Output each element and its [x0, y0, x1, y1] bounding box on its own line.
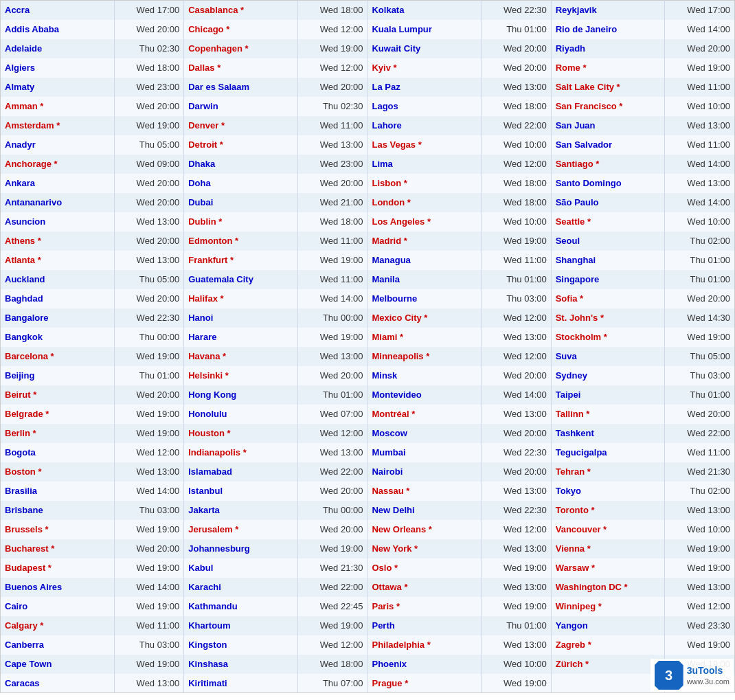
- table-row: AdelaideThu 02:30Copenhagen *Wed 19:00Ku…: [1, 39, 735, 58]
- table-row: AlmatyWed 23:00Dar es SalaamWed 20:00La …: [1, 78, 735, 97]
- city-name: Jakarta: [184, 501, 298, 520]
- city-name: Oslo *: [368, 558, 482, 578]
- city-time: Thu 00:00: [297, 308, 368, 328]
- city-name: Seoul: [551, 232, 665, 251]
- city-name: Chicago *: [184, 20, 298, 39]
- city-time: Wed 13:00: [482, 78, 552, 97]
- city-name: Darwin: [184, 97, 298, 116]
- city-name: Santo Domingo: [551, 174, 665, 193]
- city-name: Jerusalem *: [184, 520, 298, 539]
- city-name: Beirut *: [1, 385, 115, 405]
- city-name: Ottawa *: [368, 578, 482, 597]
- city-time: Thu 05:00: [665, 347, 735, 366]
- city-name: Almaty: [1, 78, 115, 97]
- table-row: BogotaWed 12:00Indianapolis *Wed 13:00Mu…: [1, 443, 735, 462]
- city-time: Wed 11:00: [482, 251, 552, 270]
- city-time: Wed 13:00: [114, 251, 184, 270]
- city-time: Wed 23:00: [114, 78, 184, 97]
- city-name: Detroit *: [184, 135, 298, 155]
- table-row: BaghdadWed 20:00Halifax *Wed 14:00Melbou…: [1, 289, 735, 308]
- city-time: Wed 20:00: [482, 58, 552, 78]
- city-time: Wed 14:00: [482, 385, 552, 405]
- city-time: Wed 20:00: [114, 539, 184, 558]
- city-time: Wed 20:00: [114, 289, 184, 308]
- city-time: Wed 22:00: [482, 116, 552, 135]
- city-name: Singapore: [551, 270, 665, 289]
- city-name: Canberra: [1, 635, 115, 655]
- city-time: Wed 21:30: [297, 558, 368, 578]
- table-row: AnadyrThu 05:00Detroit *Wed 13:00Las Veg…: [1, 135, 735, 155]
- table-row: AsuncionWed 13:00Dublin *Wed 18:00Los An…: [1, 212, 735, 232]
- city-name: Nassau *: [368, 482, 482, 501]
- city-time: Wed 20:00: [114, 20, 184, 39]
- city-time: Wed 22:00: [665, 424, 735, 443]
- city-time: Thu 02:30: [297, 97, 368, 116]
- city-time: Wed 14:00: [297, 289, 368, 308]
- city-time: Wed 11:00: [665, 78, 735, 97]
- city-time: Wed 12:00: [665, 597, 735, 616]
- city-time: Wed 19:00: [482, 597, 552, 616]
- city-time: Wed 22:00: [297, 578, 368, 597]
- watermark: 3 3uTools www.3u.com: [651, 659, 734, 692]
- city-time: Wed 20:00: [482, 39, 552, 58]
- city-time: Wed 20:00: [665, 289, 735, 308]
- table-row: Budapest *Wed 19:00KabulWed 21:30Oslo *W…: [1, 558, 735, 578]
- city-name: Las Vegas *: [368, 135, 482, 155]
- table-row: Calgary *Wed 11:00KhartoumWed 19:00Perth…: [1, 616, 735, 635]
- city-name: Santiago *: [551, 155, 665, 174]
- city-name: Houston *: [184, 424, 298, 443]
- city-name: Casablanca *: [184, 1, 298, 20]
- table-row: AntananarivoWed 20:00DubaiWed 21:00Londo…: [1, 193, 735, 212]
- city-name: Taipei: [551, 385, 665, 405]
- city-time: Wed 20:00: [114, 174, 184, 193]
- table-row: Boston *Wed 13:00IslamabadWed 22:00Nairo…: [1, 462, 735, 482]
- city-time: Wed 10:00: [482, 655, 552, 674]
- city-name: Vienna *: [551, 539, 665, 558]
- city-name: Anadyr: [1, 135, 115, 155]
- city-time: Wed 14:30: [665, 308, 735, 328]
- city-name: Dubai: [184, 193, 298, 212]
- city-time: Wed 13:00: [665, 174, 735, 193]
- city-time: Wed 22:30: [114, 308, 184, 328]
- city-time: Wed 13:00: [482, 578, 552, 597]
- city-name: Baghdad: [1, 289, 115, 308]
- city-name: Brisbane: [1, 501, 115, 520]
- city-name: Minneapolis *: [368, 347, 482, 366]
- city-time: Wed 19:00: [665, 539, 735, 558]
- city-time: Thu 01:00: [665, 385, 735, 405]
- city-name: Calgary *: [1, 616, 115, 635]
- table-row: AnkaraWed 20:00DohaWed 20:00Lisbon *Wed …: [1, 174, 735, 193]
- city-name: Perth: [368, 616, 482, 635]
- city-name: [551, 674, 665, 693]
- city-name: Zagreb *: [551, 635, 665, 655]
- city-time: Wed 22:30: [482, 501, 552, 520]
- city-time: Wed 19:00: [482, 232, 552, 251]
- city-name: Mumbai: [368, 443, 482, 462]
- city-time: Wed 22:00: [297, 462, 368, 482]
- city-name: Kingston: [184, 635, 298, 655]
- city-name: St. John's *: [551, 308, 665, 328]
- city-time: Wed 19:00: [297, 616, 368, 635]
- city-name: Algiers: [1, 58, 115, 78]
- city-time: Wed 20:00: [482, 366, 552, 385]
- city-time: Wed 12:00: [482, 347, 552, 366]
- city-name: Hong Kong: [184, 385, 298, 405]
- city-name: Manila: [368, 270, 482, 289]
- city-name: Philadelphia *: [368, 635, 482, 655]
- city-name: Hanoi: [184, 308, 298, 328]
- city-name: San Juan: [551, 116, 665, 135]
- city-time: Wed 20:00: [114, 97, 184, 116]
- city-time: Wed 10:00: [665, 212, 735, 232]
- city-name: Edmonton *: [184, 232, 298, 251]
- city-name: Montevideo: [368, 385, 482, 405]
- city-time: Wed 22:45: [297, 597, 368, 616]
- table-row: Cape TownWed 19:00KinshasaWed 18:00Phoen…: [1, 655, 735, 674]
- table-row: Beirut *Wed 20:00Hong KongThu 01:00Monte…: [1, 385, 735, 405]
- city-time: Thu 03:00: [114, 635, 184, 655]
- city-name: Harare: [184, 328, 298, 347]
- city-time: Wed 10:00: [482, 135, 552, 155]
- table-row: BeijingThu 01:00Helsinki *Wed 20:00Minsk…: [1, 366, 735, 385]
- city-time: Thu 01:00: [482, 616, 552, 635]
- city-time: Thu 02:00: [665, 482, 735, 501]
- city-name: Mexico City *: [368, 308, 482, 328]
